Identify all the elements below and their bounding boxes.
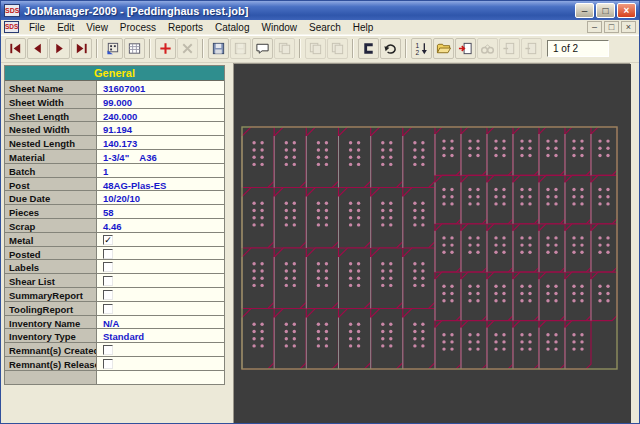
prop-value-summaryreport[interactable] <box>97 288 224 301</box>
prop-row-posted: Posted <box>5 247 224 261</box>
prop-value-toolingreport[interactable] <box>97 302 224 315</box>
menu-edit[interactable]: Edit <box>51 22 80 33</box>
save-all-button[interactable] <box>230 38 251 59</box>
sort-icon: 12 <box>414 41 429 56</box>
prop-label-toolingreport: ToolingReport <box>5 302 97 315</box>
menu-window[interactable]: Window <box>255 22 303 33</box>
child-minimize-button[interactable]: – <box>587 21 602 33</box>
labels-checkbox[interactable] <box>103 262 113 272</box>
add-record-button[interactable] <box>155 38 176 59</box>
restore-button[interactable]: □ <box>596 3 615 18</box>
open-job-button[interactable] <box>433 38 454 59</box>
menu-reports[interactable]: Reports <box>162 22 209 33</box>
chart-view-button[interactable] <box>102 38 123 59</box>
gpages-icon <box>277 41 292 56</box>
prop-value-sheet-length[interactable]: 240.000 <box>97 109 224 122</box>
menu-catalog[interactable]: Catalog <box>209 22 255 33</box>
child-restore-button[interactable]: □ <box>604 21 619 33</box>
svg-text:2: 2 <box>415 49 419 56</box>
prop-value-metal[interactable]: ✓ <box>97 233 224 246</box>
import-button[interactable] <box>455 38 476 59</box>
child-close-button[interactable]: × <box>621 21 636 33</box>
paste-button[interactable] <box>327 38 348 59</box>
sort-button[interactable]: 12 <box>411 38 432 59</box>
prop-row-summaryreport: SummaryReport <box>5 288 224 302</box>
toolbar-separator <box>405 39 407 58</box>
find-button[interactable] <box>477 38 498 59</box>
nest-canvas[interactable] <box>233 63 630 423</box>
prop-value-material[interactable]: 1-3/4" A36 <box>97 150 224 163</box>
prop-row-toolingreport: ToolingReport <box>5 302 224 316</box>
toolbar-group-1 <box>5 38 92 59</box>
gdisk-icon <box>233 41 248 56</box>
menu-view[interactable]: View <box>80 22 114 33</box>
window-title: JobManager-2009 - [Peddinghaus nest.job] <box>24 5 571 17</box>
prop-value-remnant-s-released[interactable] <box>97 357 224 370</box>
prop-value-labels[interactable] <box>97 260 224 273</box>
remnant-s-created-checkbox[interactable] <box>103 345 113 355</box>
prop-value-nested-width[interactable]: 91.194 <box>97 122 224 135</box>
save-button[interactable] <box>208 38 229 59</box>
toolbar: 121 of 2 <box>1 35 639 63</box>
toolbar-group-3 <box>155 38 198 59</box>
add-icon <box>158 41 173 56</box>
prop-value-scrap[interactable]: 4.46 <box>97 219 224 232</box>
toolbar-separator <box>299 39 301 58</box>
record-indicator[interactable]: 1 of 2 <box>547 40 609 57</box>
app-icon: SDS <box>4 4 20 17</box>
prop-label-due-date: Due Date <box>5 191 97 204</box>
prop-value-pieces[interactable]: 58 <box>97 205 224 218</box>
checkin-icon <box>458 41 473 56</box>
menu-file[interactable]: File <box>23 22 51 33</box>
menu-search[interactable]: Search <box>303 22 347 33</box>
toolingreport-checkbox[interactable] <box>103 304 113 314</box>
prop-label-material: Material <box>5 150 97 163</box>
undo-button[interactable] <box>380 38 401 59</box>
back-button[interactable] <box>521 38 542 59</box>
prop-value-nested-length[interactable]: 140.173 <box>97 136 224 149</box>
prop-value-sheet-name[interactable]: 31607001 <box>97 81 224 94</box>
toolbar-group-4 <box>208 38 295 59</box>
folder-icon <box>436 41 451 56</box>
select-nest-button[interactable] <box>358 38 379 59</box>
prop-row-post: Post48AG-Plas-ES <box>5 178 224 192</box>
menu-help[interactable]: Help <box>347 22 380 33</box>
prop-value-shear-list[interactable] <box>97 274 224 287</box>
metal-checkbox[interactable]: ✓ <box>103 235 113 245</box>
previous-record-button[interactable] <box>27 38 48 59</box>
remnant-s-released-checkbox[interactable] <box>103 359 113 369</box>
prop-row-metal: Metal✓ <box>5 233 224 247</box>
shear-list-checkbox[interactable] <box>103 276 113 286</box>
print-button[interactable] <box>274 38 295 59</box>
prop-row-scrap: Scrap4.46 <box>5 219 224 233</box>
last-record-button[interactable] <box>71 38 92 59</box>
prop-row-batch: Batch1 <box>5 164 224 178</box>
prop-row-labels: Labels <box>5 260 224 274</box>
grid-view-button[interactable] <box>124 38 145 59</box>
prop-label-inventory-type: Inventory Type <box>5 329 97 342</box>
prop-row-remnant-s-created: Remnant(s) Created <box>5 343 224 357</box>
forward-button[interactable] <box>499 38 520 59</box>
first-record-button[interactable] <box>5 38 26 59</box>
prop-value-remnant-s-created[interactable] <box>97 343 224 356</box>
copy-button[interactable] <box>305 38 326 59</box>
delete-record-button[interactable] <box>177 38 198 59</box>
minimize-button[interactable]: – <box>575 3 594 18</box>
prop-value-due-date[interactable]: 10/20/10 <box>97 191 224 204</box>
del-icon <box>180 41 195 56</box>
menu-process[interactable]: Process <box>114 22 162 33</box>
prop-value-post[interactable]: 48AG-Plas-ES <box>97 178 224 191</box>
posted-checkbox[interactable] <box>103 249 113 259</box>
next-icon <box>52 41 67 56</box>
nest-drawing[interactable] <box>234 64 631 424</box>
prop-value-posted[interactable] <box>97 247 224 260</box>
prop-value-inventory-type[interactable]: Standard <box>97 329 224 342</box>
toolbar-separator <box>352 39 354 58</box>
close-button[interactable]: × <box>617 3 636 18</box>
next-record-button[interactable] <box>49 38 70 59</box>
notes-button[interactable] <box>252 38 273 59</box>
prop-value-batch[interactable]: 1 <box>97 164 224 177</box>
prop-value-sheet-width[interactable]: 99.000 <box>97 95 224 108</box>
prop-value-inventory-name[interactable]: N/A <box>97 316 224 329</box>
summaryreport-checkbox[interactable] <box>103 290 113 300</box>
